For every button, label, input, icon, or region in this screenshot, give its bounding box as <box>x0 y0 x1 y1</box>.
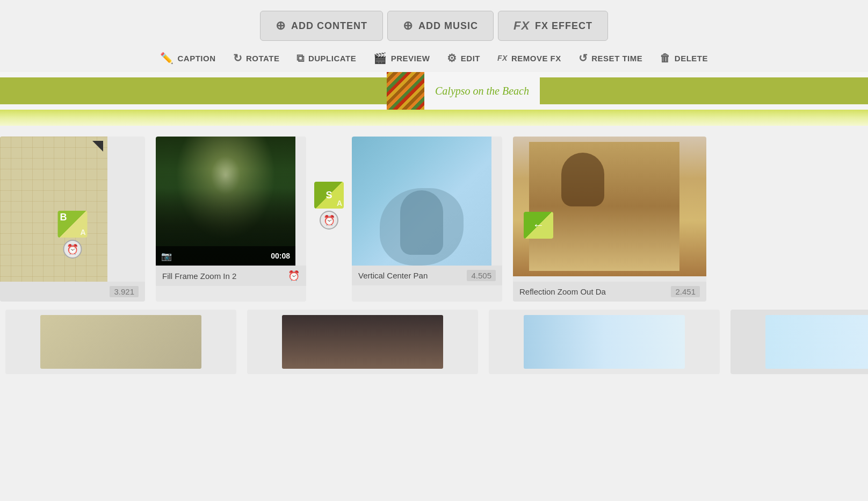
reset-time-tool[interactable]: ↺ RESET TIME <box>578 52 643 65</box>
list-item[interactable]: Vertical Center Pan 4.505 <box>352 137 502 302</box>
reflection-card-time: 2.451 <box>671 286 700 297</box>
add-music-button[interactable]: ⊕ ADD MUSIC <box>387 11 494 41</box>
bottom-card-image-2 <box>282 315 443 369</box>
plus-circle-icon: ⊕ <box>276 19 286 33</box>
transition-icon-box: B A <box>58 211 88 238</box>
forest-card-label: Fill Frame Zoom In 2 <box>162 271 236 281</box>
delete-icon: 🗑 <box>660 52 671 65</box>
bottom-row <box>0 310 868 374</box>
a-letter: A <box>80 228 85 237</box>
rotate-tool[interactable]: ↻ ROTATE <box>233 52 280 65</box>
edit-label: EDIT <box>461 54 480 63</box>
a-letter-2: A <box>337 199 342 207</box>
corner-marker-icon <box>92 141 103 152</box>
rotate-label: ROTATE <box>246 54 279 63</box>
preview-tool[interactable]: 🎬 PREVIEW <box>373 52 430 65</box>
video-controls-bar: 📷 00:08 <box>156 246 295 266</box>
content-grid: B A ⏰ 3.921 📷 00:08 Fill Frame Zoom In 2 <box>0 137 868 302</box>
second-toolbar: ✏️ CAPTION ↻ ROTATE ⧉ DUPLICATE 🎬 PREVIE… <box>0 46 868 72</box>
top-toolbar: ⊕ ADD CONTENT ⊕ ADD MUSIC FX FX EFFECT <box>0 0 868 46</box>
map-image <box>0 137 107 282</box>
rotate-icon: ↻ <box>233 52 243 65</box>
list-item[interactable] <box>730 310 868 374</box>
blue-card-label: Vertical Center Pan <box>358 271 428 280</box>
music-bar-left <box>0 77 387 104</box>
music-title: Calypso on the Beach <box>424 85 540 97</box>
forest-image: 📷 00:08 <box>156 137 295 266</box>
person-silhouette <box>400 190 443 255</box>
fx-badge: B A ⏰ <box>58 211 88 259</box>
add-content-button[interactable]: ⊕ ADD CONTENT <box>260 11 383 41</box>
clock-icon-2: ⏰ <box>320 211 338 230</box>
preview-icon: 🎬 <box>373 52 387 65</box>
card-time: 3.921 <box>110 286 139 297</box>
clock-icon: ⏰ <box>63 240 82 259</box>
bottom-card-image-1 <box>40 315 201 369</box>
fx-icon-green: ← <box>524 212 553 239</box>
caption-label: CAPTION <box>178 54 216 63</box>
transition-badge-2: S A ⏰ <box>312 137 346 275</box>
video-duration: 00:08 <box>271 252 290 260</box>
content-area: B A ⏰ 3.921 📷 00:08 Fill Frame Zoom In 2 <box>0 126 868 385</box>
music-track: Calypso on the Beach <box>0 72 868 110</box>
b-letter: B <box>60 212 67 223</box>
arrow-left-icon: ← <box>533 218 545 232</box>
music-thumbnail-container[interactable]: Calypso on the Beach <box>387 72 540 110</box>
person-photo <box>529 142 679 271</box>
reflection-image <box>513 137 706 276</box>
video-camera-icon: 📷 <box>161 251 172 261</box>
edit-tool[interactable]: ⚙ EDIT <box>447 52 480 65</box>
card-bottom-reflection: Reflection Zoom Out Da 2.451 <box>513 282 706 302</box>
list-item[interactable]: 📷 00:08 Fill Frame Zoom In 2 ⏰ <box>156 137 306 302</box>
fx-effect-label: FX EFFECT <box>535 20 592 32</box>
list-item[interactable]: ← Reflection Zoom Out Da 2.451 <box>513 137 706 302</box>
music-thumbnail <box>387 72 424 110</box>
list-item[interactable] <box>5 310 236 374</box>
reset-time-icon: ↺ <box>578 52 588 65</box>
plus-circle-icon-2: ⊕ <box>403 19 413 33</box>
caption-icon: ✏️ <box>160 52 174 65</box>
reset-time-label: RESET TIME <box>591 54 642 63</box>
list-item[interactable] <box>489 310 720 374</box>
preview-label: PREVIEW <box>391 54 430 63</box>
music-bar-right <box>540 77 868 104</box>
duplicate-label: DUPLICATE <box>308 54 356 63</box>
transition-icon-s: S A <box>314 182 344 209</box>
fx-effect-button[interactable]: FX FX EFFECT <box>498 11 608 41</box>
card-bottom-forest: Fill Frame Zoom In 2 ⏰ <box>156 266 306 286</box>
remove-fx-tool[interactable]: FX REMOVE FX <box>497 54 561 63</box>
duplicate-tool[interactable]: ⧉ DUPLICATE <box>296 52 356 65</box>
delete-label: DELETE <box>675 54 708 63</box>
card-bottom-blue: Vertical Center Pan 4.505 <box>352 266 502 285</box>
list-item[interactable] <box>247 310 478 374</box>
blue-image <box>352 137 491 266</box>
reflection-card-label: Reflection Zoom Out Da <box>519 287 606 296</box>
card-bottom: 3.921 <box>0 282 145 302</box>
caption-tool[interactable]: ✏️ CAPTION <box>160 52 216 65</box>
fade-bar <box>0 110 868 126</box>
add-music-label: ADD MUSIC <box>418 20 478 32</box>
fx-icon: FX <box>513 19 530 33</box>
fx-badge-right: ← <box>524 212 553 239</box>
blue-card-time: 4.505 <box>467 270 496 281</box>
clock-small-icon: ⏰ <box>288 270 300 282</box>
remove-fx-icon: FX <box>497 54 508 62</box>
music-thumb-stripes <box>387 72 424 110</box>
bottom-card-image-4 <box>765 315 868 369</box>
delete-tool[interactable]: 🗑 DELETE <box>660 52 708 65</box>
bottom-card-image-3 <box>524 315 685 369</box>
reflection-image-container: ← <box>513 137 706 282</box>
duplicate-icon: ⧉ <box>296 52 305 65</box>
edit-icon: ⚙ <box>447 52 457 65</box>
table-row[interactable]: B A ⏰ 3.921 <box>0 137 145 302</box>
remove-fx-label: REMOVE FX <box>511 54 561 63</box>
add-content-label: ADD CONTENT <box>291 20 367 32</box>
timeline-area: Calypso on the Beach <box>0 72 868 110</box>
s-letter: S <box>326 190 332 201</box>
